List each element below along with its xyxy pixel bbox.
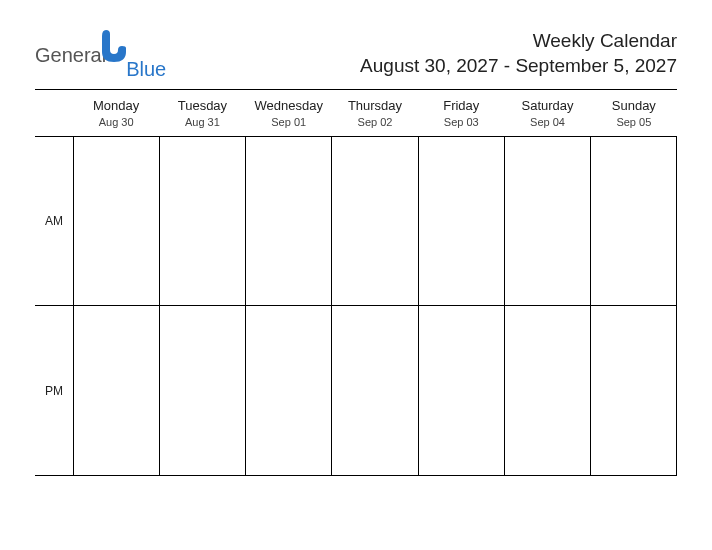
day-date: Aug 30	[73, 116, 159, 128]
time-label-am: AM	[35, 136, 73, 306]
calendar: Monday Aug 30 Tuesday Aug 31 Wednesday S…	[35, 89, 677, 476]
day-name: Saturday	[504, 98, 590, 113]
day-header-saturday: Saturday Sep 04	[504, 98, 590, 128]
cell-pm-monday	[73, 306, 159, 476]
cell-am-saturday	[504, 136, 590, 306]
day-date: Sep 05	[591, 116, 677, 128]
day-header-thursday: Thursday Sep 02	[332, 98, 418, 128]
day-name: Monday	[73, 98, 159, 113]
logo-shape-icon	[102, 30, 126, 64]
day-name: Sunday	[591, 98, 677, 113]
time-label-pm: PM	[35, 306, 73, 476]
page-title: Weekly Calendar	[360, 30, 677, 52]
day-date: Sep 01	[246, 116, 332, 128]
time-col-spacer	[35, 98, 73, 128]
cell-pm-tuesday	[159, 306, 245, 476]
day-name: Wednesday	[246, 98, 332, 113]
cell-am-monday	[73, 136, 159, 306]
day-date: Sep 04	[504, 116, 590, 128]
cell-pm-friday	[418, 306, 504, 476]
cell-am-wednesday	[245, 136, 331, 306]
cell-am-thursday	[331, 136, 417, 306]
day-header-monday: Monday Aug 30	[73, 98, 159, 128]
logo-text-blue: Blue	[126, 61, 166, 78]
day-name: Thursday	[332, 98, 418, 113]
grid-row-am: AM	[35, 136, 677, 306]
day-name: Tuesday	[159, 98, 245, 113]
cell-am-sunday	[590, 136, 677, 306]
header: General Blue Weekly Calendar August 30, …	[35, 30, 677, 77]
calendar-grid: AM PM	[35, 136, 677, 476]
day-name: Friday	[418, 98, 504, 113]
day-headers-row: Monday Aug 30 Tuesday Aug 31 Wednesday S…	[35, 90, 677, 136]
grid-row-pm: PM	[35, 306, 677, 476]
day-header-friday: Friday Sep 03	[418, 98, 504, 128]
logo: General Blue	[35, 30, 166, 64]
cell-am-tuesday	[159, 136, 245, 306]
day-date: Sep 02	[332, 116, 418, 128]
date-range: August 30, 2027 - September 5, 2027	[360, 55, 677, 77]
cell-pm-wednesday	[245, 306, 331, 476]
logo-text-general: General	[35, 47, 106, 64]
cell-pm-thursday	[331, 306, 417, 476]
day-header-wednesday: Wednesday Sep 01	[246, 98, 332, 128]
cell-pm-saturday	[504, 306, 590, 476]
day-date: Aug 31	[159, 116, 245, 128]
title-block: Weekly Calendar August 30, 2027 - Septem…	[360, 30, 677, 77]
day-header-sunday: Sunday Sep 05	[591, 98, 677, 128]
cell-pm-sunday	[590, 306, 677, 476]
day-header-tuesday: Tuesday Aug 31	[159, 98, 245, 128]
day-date: Sep 03	[418, 116, 504, 128]
cell-am-friday	[418, 136, 504, 306]
